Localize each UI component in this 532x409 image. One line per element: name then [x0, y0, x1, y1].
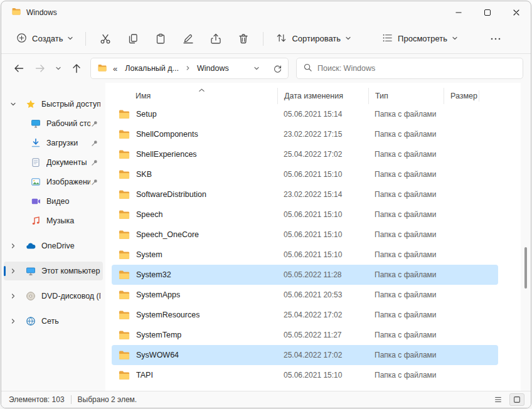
- rename-icon: [182, 33, 194, 45]
- sidebar-item[interactable]: Музыка: [4, 211, 103, 230]
- file-row[interactable]: SKB 05.06.2021 15:10 Папка с файлами: [112, 164, 498, 184]
- file-name-cell: Speech: [118, 208, 277, 221]
- column-header[interactable]: Размер: [444, 88, 479, 104]
- file-row[interactable]: System 05.06.2021 15:10 Папка с файлами: [112, 245, 498, 265]
- sidebar-item[interactable]: Документы: [4, 153, 103, 172]
- file-row[interactable]: SystemApps 05.06.2021 20:53 Папка с файл…: [112, 285, 498, 305]
- file-name-cell: Setup: [118, 108, 277, 120]
- column-header[interactable]: Тип: [368, 88, 444, 104]
- file-row[interactable]: SystemTemp 05.05.2022 11:27 Папка с файл…: [112, 325, 498, 345]
- back-button[interactable]: [9, 58, 29, 78]
- file-name: System: [136, 250, 162, 259]
- refresh-button[interactable]: [269, 60, 285, 77]
- file-row[interactable]: Setup 05.06.2021 15:14 Папка с файлами: [112, 104, 498, 124]
- details-view-button[interactable]: [491, 393, 506, 406]
- file-row[interactable]: SysWOW64 25.04.2022 17:02 Папка с файлам…: [112, 345, 498, 365]
- file-row[interactable]: Speech_OneCore 05.06.2021 15:10 Папка с …: [112, 225, 498, 245]
- breadcrumb-item-root[interactable]: Локальный д...: [123, 63, 181, 74]
- sidebar-item[interactable]: Рабочий стол: [4, 114, 103, 133]
- create-button[interactable]: Создать: [10, 28, 79, 50]
- search-box[interactable]: [296, 58, 523, 79]
- column-header-row: Имя Дата изменения Тип Размер: [112, 88, 498, 104]
- sidebar-item[interactable]: Загрузки: [4, 134, 103, 152]
- share-button[interactable]: [203, 28, 229, 50]
- file-name-cell: SystemTemp: [118, 329, 277, 341]
- address-bar[interactable]: « Локальный д... Windows: [90, 58, 289, 79]
- scrollbar-thumb[interactable]: [524, 247, 527, 289]
- vertical-scrollbar[interactable]: [521, 83, 531, 391]
- file-date: 25.04.2022 17:02: [277, 311, 368, 319]
- file-name: SysWOW64: [136, 351, 179, 359]
- folder-icon: [118, 369, 130, 381]
- file-list: Setup 05.06.2021 15:14 Папка с файлами S…: [105, 104, 521, 391]
- file-row[interactable]: TAPI 05.06.2021 15:10 Папка с файлами: [112, 365, 498, 385]
- file-name-cell: SystemResources: [118, 309, 277, 321]
- folder-icon: [118, 168, 130, 181]
- file-name-cell: ShellComponents: [118, 128, 277, 141]
- close-button[interactable]: [502, 1, 531, 24]
- maximize-button[interactable]: [473, 1, 502, 24]
- file-name: SystemTemp: [136, 331, 181, 339]
- window-controls: [444, 1, 531, 24]
- breadcrumb-item-current[interactable]: Windows: [195, 63, 231, 74]
- up-icon: [71, 63, 82, 74]
- sort-icon: [275, 32, 287, 46]
- file-row[interactable]: Speech 05.06.2021 15:10 Папка с файлами: [112, 204, 498, 225]
- column-header[interactable]: Дата изменения: [277, 88, 368, 104]
- file-row-partial[interactable]: [112, 385, 498, 391]
- file-name-cell: SysWOW64: [118, 349, 277, 361]
- sidebar-item[interactable]: Быстрый доступ: [4, 95, 103, 114]
- large-icons-view-button[interactable]: [509, 393, 524, 406]
- copy-button[interactable]: [120, 28, 146, 50]
- paste-button[interactable]: [147, 28, 174, 50]
- chevron-icon[interactable]: [9, 318, 25, 324]
- file-rows: Setup 05.06.2021 15:14 Папка с файлами S…: [105, 104, 521, 385]
- sidebar-item[interactable]: DVD-дисковод (D:): [4, 287, 103, 305]
- breadcrumb-overflow[interactable]: «: [112, 64, 119, 73]
- forward-button[interactable]: [30, 58, 50, 78]
- chevron-icon[interactable]: [9, 293, 25, 299]
- copy-icon: [127, 33, 139, 45]
- delete-button[interactable]: [230, 28, 257, 50]
- view-button[interactable]: Просмотреть: [376, 28, 464, 50]
- view-toggles: [491, 393, 524, 406]
- sidebar-item[interactable]: OneDrive: [4, 236, 103, 255]
- cut-button[interactable]: [92, 28, 119, 50]
- file-row[interactable]: ShellComponents 23.02.2022 17:15 Папка с…: [112, 124, 498, 144]
- sort-button[interactable]: Сортировать: [270, 28, 357, 50]
- up-button[interactable]: [66, 58, 87, 78]
- chevron-icon[interactable]: [9, 243, 25, 249]
- file-date: 05.06.2021 15:10: [277, 230, 368, 239]
- address-dropdown-button[interactable]: [248, 60, 265, 77]
- file-name-cell: System32: [118, 268, 277, 281]
- file-row[interactable]: SystemResources 25.04.2022 17:02 Папка с…: [112, 305, 498, 325]
- items-count: Элементов: 103: [9, 395, 65, 404]
- search-input[interactable]: [317, 64, 516, 73]
- sidebar-item[interactable]: Сеть: [4, 312, 103, 331]
- chevron-icon[interactable]: [9, 268, 25, 274]
- new-icon: [16, 32, 28, 46]
- chevron-icon[interactable]: [9, 101, 25, 107]
- file-type: Папка с файлами: [368, 130, 444, 139]
- file-date: 05.06.2021 15:14: [277, 110, 368, 119]
- file-row[interactable]: ShellExperiences 25.04.2022 17:02 Папка …: [112, 144, 498, 164]
- minimize-button[interactable]: [444, 1, 473, 24]
- file-date: 23.02.2022 17:15: [277, 130, 368, 139]
- sidebar-item[interactable]: Изображения: [4, 173, 103, 191]
- dvd-icon: [25, 291, 36, 301]
- sidebar-item[interactable]: Видео: [4, 192, 103, 211]
- sidebar-item[interactable]: Этот компьютер: [4, 262, 103, 280]
- chevron-down-icon: [253, 65, 260, 72]
- more-button[interactable]: [482, 28, 509, 50]
- file-name: SystemResources: [136, 311, 200, 319]
- file-type: Папка с файлами: [368, 210, 444, 219]
- file-row[interactable]: System32 05.05.2022 11:28 Папка с файлам…: [112, 265, 498, 285]
- rename-button[interactable]: [175, 28, 201, 50]
- history-chevron[interactable]: [51, 58, 65, 78]
- trash-icon: [237, 33, 250, 45]
- column-header[interactable]: Имя: [118, 88, 277, 104]
- breadcrumb-separator-icon[interactable]: [185, 64, 191, 73]
- file-date: 25.04.2022 17:02: [277, 351, 368, 359]
- file-row[interactable]: SoftwareDistribution 23.02.2022 15:14 Па…: [112, 184, 498, 204]
- file-name-cell: Speech_OneCore: [118, 228, 277, 241]
